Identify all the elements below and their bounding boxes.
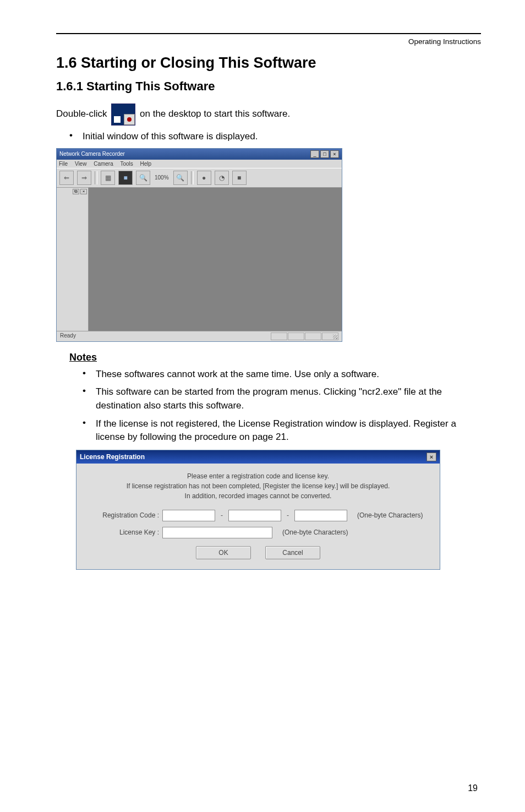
toolbar-divider bbox=[191, 171, 194, 184]
note-1: These softwares cannot work at the same … bbox=[96, 368, 481, 382]
start-instruction: Double-click on the desktop to start thi… bbox=[56, 103, 481, 126]
bullet-dot: • bbox=[83, 417, 96, 444]
menu-tools[interactable]: Tools bbox=[120, 161, 133, 167]
toolbar: ⇐ ⇒ ▦ ■ 🔍 100% 🔍 ● ◔ ■ bbox=[57, 168, 342, 188]
page-number: 19 bbox=[468, 783, 478, 793]
menu-bar: File View Camera Tools Help bbox=[57, 160, 342, 168]
start-text-post: on the desktop to start this software. bbox=[140, 108, 290, 119]
single-view-button[interactable]: ■ bbox=[118, 171, 133, 185]
status-cells bbox=[270, 333, 338, 340]
side-panel: ⧉ × bbox=[57, 188, 89, 331]
panel-close-icon[interactable]: × bbox=[80, 189, 87, 194]
status-text: Ready bbox=[60, 333, 76, 340]
dash: - bbox=[281, 511, 294, 519]
dialog-title: License Registration bbox=[80, 453, 145, 461]
minimize-button[interactable]: _ bbox=[310, 150, 319, 158]
note-2: This software can be started from the pr… bbox=[96, 385, 481, 412]
heading-1-6: 1.6 Starting or Closing This Software bbox=[56, 55, 481, 72]
main-app-window: Network Camera Recorder _ □ × File View … bbox=[56, 148, 342, 342]
bullet-dot: • bbox=[83, 385, 96, 412]
registration-code-label: Registration Code : bbox=[86, 511, 162, 519]
maximize-button[interactable]: □ bbox=[320, 150, 329, 158]
dialog-close-button[interactable]: × bbox=[426, 453, 436, 461]
back-button[interactable]: ⇐ bbox=[59, 171, 74, 185]
dialog-msg-line2: If license registration has not been com… bbox=[86, 481, 430, 491]
bullet-dot: • bbox=[83, 368, 96, 382]
cancel-button[interactable]: Cancel bbox=[265, 546, 320, 559]
video-canvas bbox=[89, 188, 342, 331]
zoom-out-button[interactable]: 🔍 bbox=[136, 171, 150, 185]
ok-button[interactable]: OK bbox=[196, 546, 251, 559]
multi-view-button[interactable]: ▦ bbox=[101, 171, 115, 185]
heading-1-6-1: 1.6.1 Starting This Software bbox=[56, 79, 481, 94]
registration-code-field-2[interactable] bbox=[228, 510, 281, 521]
record-button[interactable]: ● bbox=[197, 171, 211, 185]
registration-code-field-3[interactable] bbox=[294, 510, 347, 521]
dialog-msg-line3: In addition, recorded images cannot be c… bbox=[86, 491, 430, 501]
registration-code-field-1[interactable] bbox=[162, 510, 215, 521]
menu-help[interactable]: Help bbox=[140, 161, 152, 167]
toolbar-divider bbox=[95, 171, 97, 184]
zoom-in-button[interactable]: 🔍 bbox=[173, 171, 188, 185]
panel-float-icon[interactable]: ⧉ bbox=[73, 189, 79, 194]
stop-button[interactable]: ■ bbox=[232, 171, 247, 185]
license-key-label: License Key : bbox=[86, 528, 162, 536]
note-3: If the license is not registered, the Li… bbox=[96, 417, 481, 444]
bullet-initial-window: Initial window of this software is displ… bbox=[83, 130, 481, 144]
license-registration-dialog: License Registration × Please enter a re… bbox=[76, 450, 440, 570]
software-desktop-icon bbox=[111, 103, 135, 126]
menu-camera[interactable]: Camera bbox=[94, 161, 113, 167]
dialog-message: Please enter a registration code and lic… bbox=[86, 471, 430, 501]
zoom-level: 100% bbox=[154, 175, 170, 181]
timer-button[interactable]: ◔ bbox=[215, 171, 229, 185]
menu-file[interactable]: File bbox=[59, 161, 68, 167]
one-byte-note: (One-byte Characters) bbox=[357, 511, 423, 519]
license-key-field[interactable] bbox=[162, 527, 272, 538]
notes-heading: Notes bbox=[69, 352, 481, 363]
forward-button[interactable]: ⇒ bbox=[77, 171, 91, 185]
menu-view[interactable]: View bbox=[75, 161, 87, 167]
dialog-msg-line1: Please enter a registration code and lic… bbox=[86, 471, 430, 481]
start-text-pre: Double-click bbox=[56, 108, 110, 119]
one-byte-note: (One-byte Characters) bbox=[282, 528, 348, 536]
dash: - bbox=[215, 511, 228, 519]
close-button[interactable]: × bbox=[330, 150, 339, 158]
bullet-dot: • bbox=[69, 130, 83, 144]
page-header: Operating Instructions bbox=[56, 37, 481, 46]
window-title: Network Camera Recorder bbox=[59, 151, 125, 157]
